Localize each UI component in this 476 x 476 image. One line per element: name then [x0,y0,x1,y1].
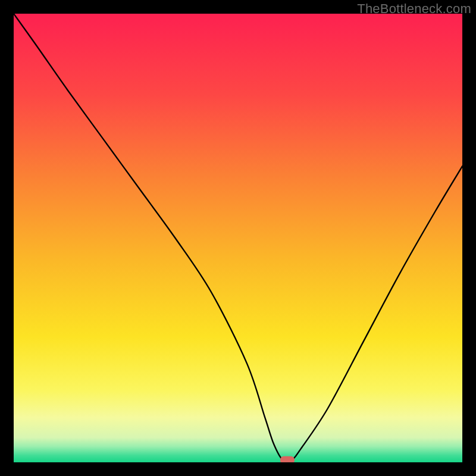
chart-svg [14,14,462,462]
plot-area [14,14,462,462]
optimal-point-marker [280,456,295,462]
chart-frame: TheBottleneck.com [0,0,476,476]
gradient-background [14,14,462,462]
watermark-text: TheBottleneck.com [357,1,471,17]
